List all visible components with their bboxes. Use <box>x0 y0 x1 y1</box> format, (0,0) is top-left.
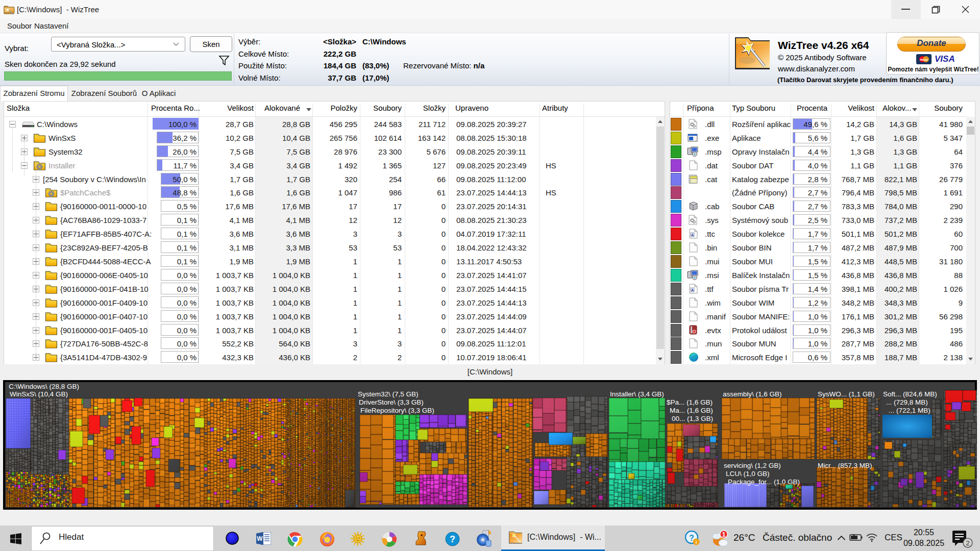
svg-text:2: 2 <box>966 539 969 547</box>
svg-text:... (722,1 MB): ... (722,1 MB) <box>889 407 930 414</box>
svg-text:A: A <box>691 233 694 237</box>
svg-text:Soft... (824,6 MB): Soft... (824,6 MB) <box>883 390 937 398</box>
svg-text:Master: Master <box>920 58 928 61</box>
svg-text:$Pa... (1,6 GB): $Pa... (1,6 GB) <box>667 398 713 406</box>
svg-text:A: A <box>691 288 694 292</box>
svg-text:Package_for... (1,0 GB): Package_for... (1,0 GB) <box>728 478 800 486</box>
svg-text:?: ? <box>450 534 455 544</box>
svg-text:SysWO... (1,1 GB): SysWO... (1,1 GB) <box>818 390 875 398</box>
svg-text:FileRepository\ (3,3 GB): FileRepository\ (3,3 GB) <box>360 407 434 414</box>
svg-text:servicing\ (1,2 GB): servicing\ (1,2 GB) <box>724 462 781 469</box>
svg-text:1: 1 <box>722 531 726 538</box>
svg-text:assembly\ (1,6 GB): assembly\ (1,6 GB) <box>723 390 782 398</box>
svg-text:LCU\ (1,0 GB): LCU\ (1,0 GB) <box>726 470 770 478</box>
svg-text:WinSxS\ (10,4 GB): WinSxS\ (10,4 GB) <box>10 390 68 398</box>
svg-text:Micr... (857,3 MB): Micr... (857,3 MB) <box>818 462 872 469</box>
svg-text:Ma... (1,6 GB): Ma... (1,6 GB) <box>670 407 713 414</box>
svg-text:C:\Windows\ (28,8 GB): C:\Windows\ (28,8 GB) <box>9 383 79 390</box>
svg-text:... (729,8 MB): ... (729,8 MB) <box>886 398 928 406</box>
svg-text:Installer\ (3,4 GB): Installer\ (3,4 GB) <box>610 390 664 398</box>
svg-text:DriverStore\ (3,3 GB): DriverStore\ (3,3 GB) <box>359 398 424 406</box>
svg-text:System32\ (7,5 GB): System32\ (7,5 GB) <box>358 390 419 398</box>
svg-text:W: W <box>257 535 263 542</box>
svg-text:i: i <box>696 540 697 545</box>
svg-text:00... (1,3 GB): 00... (1,3 GB) <box>672 415 713 422</box>
